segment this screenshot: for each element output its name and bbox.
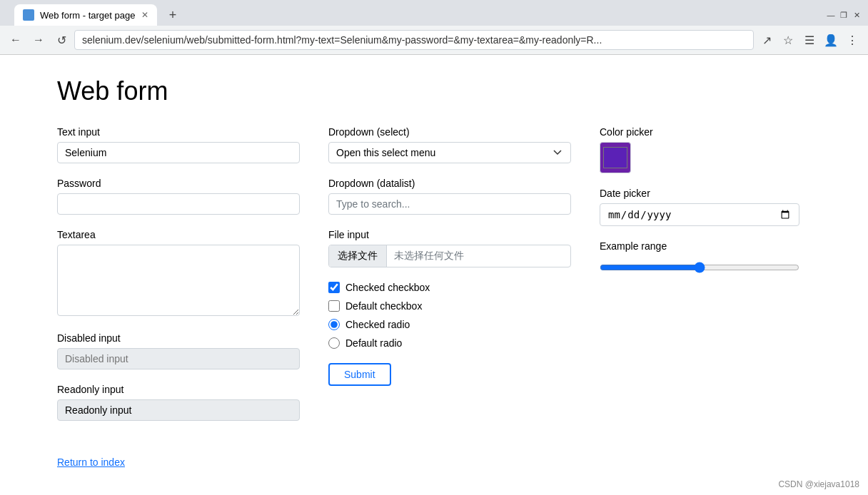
password-input[interactable] — [57, 193, 300, 215]
default-checkbox-group: Default checkbox — [328, 300, 571, 312]
dropdown-select-label: Dropdown (select) — [328, 126, 571, 138]
tab-favicon — [23, 9, 34, 21]
text-input[interactable] — [57, 142, 300, 163]
date-picker-group: Date picker — [600, 188, 799, 226]
browser-tab[interactable]: Web form - target page ✕ — [14, 4, 157, 26]
back-btn[interactable]: ← — [6, 30, 26, 50]
file-input-wrapper: 选择文件 未选择任何文件 — [328, 245, 571, 267]
range-label: Example range — [600, 240, 799, 252]
color-input[interactable] — [600, 142, 631, 173]
page-title: Web form — [57, 76, 811, 106]
checked-radio[interactable] — [328, 319, 340, 330]
maximize-btn[interactable]: ❐ — [838, 9, 849, 21]
checked-radio-group: Checked radio — [328, 319, 571, 330]
default-radio-label[interactable]: Default radio — [345, 337, 402, 349]
default-radio[interactable] — [328, 337, 340, 349]
textarea-group: Textarea — [57, 229, 300, 318]
dropdown-datalist-label: Dropdown (datalist) — [328, 178, 571, 189]
form-column-3: Color picker Date picker Example range — [600, 126, 799, 290]
form-column-1: Text input Password Textarea Disabled in… — [57, 126, 300, 435]
forward-btn[interactable]: → — [29, 30, 49, 50]
checked-checkbox[interactable] — [328, 282, 340, 293]
dropdown-select[interactable]: Open this select menu One Two Three — [328, 142, 571, 163]
range-group: Example range — [600, 240, 799, 275]
submit-button[interactable]: Submit — [328, 363, 391, 386]
minimize-btn[interactable]: — — [825, 9, 837, 21]
dropdown-datalist-group: Dropdown (datalist) — [328, 178, 571, 215]
file-input-group: File input 选择文件 未选择任何文件 — [328, 229, 571, 267]
default-checkbox-label[interactable]: Default checkbox — [345, 300, 422, 312]
close-window-btn[interactable]: ✕ — [851, 9, 862, 21]
readonly-input-group: Readonly input — [57, 384, 300, 421]
file-input-label: File input — [328, 229, 571, 240]
textarea-input[interactable] — [57, 245, 300, 316]
checked-checkbox-label[interactable]: Checked checkbox — [345, 282, 430, 293]
readonly-input[interactable] — [57, 399, 300, 421]
datalist-input[interactable] — [328, 193, 571, 215]
default-checkbox[interactable] — [328, 300, 340, 312]
password-group: Password — [57, 178, 300, 215]
form-grid: Text input Password Textarea Disabled in… — [57, 126, 811, 435]
menu-btn[interactable]: ⋮ — [842, 30, 862, 50]
tab-title: Web form - target page — [40, 10, 135, 21]
color-picker-label: Color picker — [600, 126, 799, 138]
disabled-input-group: Disabled input — [57, 332, 300, 369]
nav-actions: ↗ ☆ ☰ 👤 ⋮ — [757, 30, 862, 50]
nav-bar: ← → ↺ ↗ ☆ ☰ 👤 ⋮ — [0, 26, 868, 54]
file-no-file-text: 未选择任何文件 — [387, 245, 471, 267]
return-to-index-link[interactable]: Return to index — [57, 456, 125, 468]
text-input-label: Text input — [57, 126, 300, 138]
tab-close-btn[interactable]: ✕ — [141, 10, 148, 20]
disabled-input — [57, 348, 300, 369]
page-content: Web form Text input Password Textarea Di… — [0, 55, 868, 489]
default-radio-group: Default radio — [328, 337, 571, 349]
new-tab-btn[interactable]: + — [163, 5, 183, 25]
form-column-2: Dropdown (select) Open this select menu … — [328, 126, 571, 386]
date-input[interactable] — [600, 203, 799, 226]
bookmark-btn[interactable]: ☆ — [778, 30, 798, 50]
range-wrapper — [600, 256, 799, 275]
color-picker-group: Color picker — [600, 126, 799, 173]
checked-radio-label[interactable]: Checked radio — [345, 319, 410, 330]
watermark: CSDN @xiejava1018 — [778, 479, 859, 489]
share-btn[interactable]: ↗ — [757, 30, 777, 50]
date-picker-label: Date picker — [600, 188, 799, 199]
readonly-input-label: Readonly input — [57, 384, 300, 395]
reader-btn[interactable]: ☰ — [799, 30, 819, 50]
disabled-input-label: Disabled input — [57, 332, 300, 344]
address-bar[interactable] — [74, 30, 754, 50]
profile-btn[interactable]: 👤 — [821, 30, 841, 50]
reload-btn[interactable]: ↺ — [51, 30, 71, 50]
title-bar: Web form - target page ✕ + — ❐ ✕ — [0, 0, 868, 26]
password-label: Password — [57, 178, 300, 189]
range-input[interactable] — [600, 262, 799, 273]
browser-chrome: Web form - target page ✕ + — ❐ ✕ ← → ↺ ↗… — [0, 0, 868, 55]
dropdown-select-group: Dropdown (select) Open this select menu … — [328, 126, 571, 163]
textarea-label: Textarea — [57, 229, 300, 240]
file-choose-btn[interactable]: 选择文件 — [329, 245, 387, 267]
text-input-group: Text input — [57, 126, 300, 163]
checked-checkbox-group: Checked checkbox — [328, 282, 571, 293]
color-input-wrapper — [600, 142, 799, 173]
